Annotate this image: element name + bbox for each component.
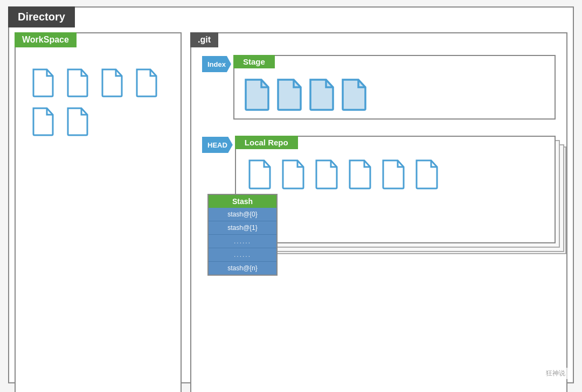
repo-file-1: [247, 159, 273, 190]
git-box: .git Index Stage: [190, 32, 567, 392]
workspace-file-5: [31, 107, 56, 136]
workspace-file-4: [134, 68, 159, 97]
stash-box: Stash stash@{0} stash@{1} ...... ...... …: [207, 194, 278, 276]
repo-file-2: [280, 159, 306, 190]
repo-file-5: [380, 159, 406, 190]
stage-box: Stage: [233, 55, 556, 120]
stash-label: Stash: [209, 195, 276, 208]
stage-file-2: [275, 79, 303, 111]
stash-area: Stash stash@{0} stash@{1} ...... ...... …: [207, 194, 278, 276]
repo-file-6: [414, 159, 440, 190]
outer-border: Directory WorkSpace: [8, 6, 574, 383]
workspace-files: [16, 33, 181, 147]
stage-files: [234, 56, 555, 118]
repo-file-3: [314, 159, 340, 190]
stage-file-3: [308, 79, 336, 111]
index-arrow: Index: [202, 56, 231, 72]
repo-file-4: [347, 159, 373, 190]
workspace-file-6: [65, 107, 90, 136]
repo-stack: Local Repo: [235, 136, 556, 243]
repo-box: Local Repo: [235, 136, 556, 243]
stash-item-n: stash@{n}: [209, 262, 276, 275]
stash-item-dots-2: ......: [209, 248, 276, 262]
head-arrow: HEAD: [202, 137, 233, 153]
repo-section: HEAD Local Repo: [202, 136, 556, 243]
watermark: 狂神说: [544, 368, 567, 379]
stash-item-dots-1: ......: [209, 235, 276, 248]
workspace-file-2: [65, 68, 90, 97]
main-container: Directory WorkSpace: [0, 0, 582, 392]
stage-section: Index Stage: [202, 55, 556, 120]
git-label: .git: [190, 32, 218, 47]
stage-file-4: [340, 79, 368, 111]
workspace-file-3: [100, 68, 124, 97]
workspace-label: WorkSpace: [15, 32, 77, 47]
git-content: Index Stage: [191, 33, 566, 254]
stage-file-1: [243, 79, 271, 111]
stage-label: Stage: [233, 55, 275, 68]
repo-label: Local Repo: [235, 136, 298, 149]
directory-label: Directory: [8, 6, 75, 27]
workspace-file-1: [31, 68, 56, 97]
content-area: WorkSpace: [15, 32, 567, 392]
stash-item-0: stash@{0}: [209, 208, 276, 221]
stash-item-1: stash@{1}: [209, 221, 276, 235]
workspace-box: WorkSpace: [15, 32, 182, 392]
